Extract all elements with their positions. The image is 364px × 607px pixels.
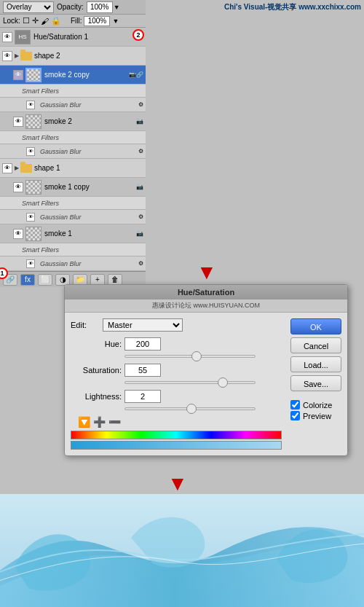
lock-icon-all[interactable]: 🔒 [51, 16, 61, 26]
gaussian-label-1c: Gaussian Blur [40, 214, 137, 221]
edit-select[interactable]: Master [103, 318, 183, 332]
gb-icon-2c: ⚙ [138, 101, 143, 108]
wave-svg [0, 494, 364, 607]
layer-name-hue-sat: Hue/Saturation 1 [33, 33, 143, 41]
gaussian-label-2c: Gaussian Blur [40, 101, 137, 109]
fx-btn[interactable]: fx [20, 274, 35, 286]
cancel-button[interactable]: Cancel [290, 337, 341, 353]
layer-row-sf2c: Smart Filters [0, 85, 146, 98]
fill-label: Fill: [71, 17, 82, 25]
arrow-down-2: ▼ [167, 474, 188, 494]
layer-row-gb1c[interactable]: 👁 Gaussian Blur ⚙ [0, 210, 146, 224]
smart-badge-1c: 📷 [136, 184, 143, 190]
ok-button[interactable]: OK [290, 318, 341, 334]
hue-slider[interactable] [124, 355, 256, 358]
preview-label: Preview [303, 412, 331, 420]
lock-icon-move[interactable]: ✛ [32, 16, 39, 26]
eye-icon-smoke2copy[interactable]: 👁 [13, 70, 23, 80]
hue-row: Hue: [71, 337, 282, 351]
eyedropper-add-btn[interactable]: ➕ [93, 416, 106, 428]
eyedropper-sub-btn[interactable]: ➖ [108, 416, 121, 428]
eye-icon-hue-sat[interactable]: 👁 [2, 32, 12, 42]
smart-badge-2c: 📷 [129, 71, 136, 78]
hue-saturation-dialog: Hue/Saturation 惠缘设计论坛 www.HUISYUAN.COM E… [64, 284, 348, 456]
edit-row: Edit: Master [71, 318, 282, 332]
gaussian-label-1: Gaussian Blur [40, 260, 137, 267]
link-layers-btn[interactable]: 🔗 1 [3, 274, 17, 286]
eye-icon-gb1[interactable]: 👁 [26, 259, 35, 268]
eye-icon-shape2[interactable]: 👁 [2, 51, 12, 61]
layer-row-gb2c[interactable]: 👁 Gaussian Blur ⚙ [0, 98, 146, 112]
layer-name-shape2: shape 2 [34, 52, 143, 60]
filter-label-1c: Smart Filters [22, 200, 143, 207]
layer-name-smoke2copy: smoke 2 copy [44, 71, 127, 79]
eye-icon-smoke1[interactable]: 👁 [13, 229, 23, 239]
fill-arrow[interactable]: ▼ [112, 17, 119, 25]
gaussian-label-2: Gaussian Blur [40, 148, 137, 155]
fill-input[interactable] [84, 16, 110, 26]
arrow-1: ▼ [197, 262, 217, 283]
dialog-buttons: OK Cancel Load... Save... Colorize Previ… [288, 313, 347, 455]
folder-icon-shape2 [20, 52, 32, 60]
eye-icon-gb2[interactable]: 👁 [26, 147, 35, 156]
color-bar-top [71, 431, 282, 439]
saturation-slider[interactable] [124, 381, 256, 384]
layer-row-shape2[interactable]: 👁 ▶ shape 2 [0, 47, 146, 66]
folder-icon-shape1 [20, 164, 32, 173]
layer-row-smoke1[interactable]: 👁 smoke 1 📷 [0, 224, 146, 243]
filter-label-2c: Smart Filters [22, 87, 143, 95]
dialog-titlebar: Hue/Saturation [65, 285, 347, 299]
layers-panel: Overlay Opacity: ▼ Lock: ☐ ✛ 🖌 🔒 Fill: ▼… [0, 0, 146, 287]
saturation-label: Saturation: [71, 366, 122, 375]
saturation-input[interactable] [124, 364, 161, 377]
eye-icon-gb2c[interactable]: 👁 [26, 101, 35, 109]
colorize-row: Colorize [290, 400, 341, 410]
colorize-label: Colorize [303, 401, 332, 410]
colorize-checkbox[interactable] [290, 400, 300, 410]
save-button[interactable]: Save... [290, 375, 341, 391]
layer-row-gb1[interactable]: 👁 Gaussian Blur ⚙ [0, 256, 146, 271]
layer-row-shape1[interactable]: 👁 ▶ shape 1 [0, 159, 146, 178]
gb-icon-2: ⚙ [138, 148, 143, 154]
eye-icon-gb1c[interactable]: 👁 [26, 213, 35, 222]
group-tri-shape1[interactable]: ▶ [15, 165, 19, 171]
layer-row-sf2: Smart Filters [0, 131, 146, 144]
load-button[interactable]: Load... [290, 356, 341, 372]
chain-icon-2c: 🔗 [136, 71, 143, 78]
mask-btn[interactable]: ⬜ [38, 274, 52, 286]
layer-row-hue-sat[interactable]: 👁 HS Hue/Saturation 1 2 [0, 28, 146, 47]
eye-icon-smoke2[interactable]: 👁 [13, 117, 23, 127]
eyedropper-row: 🔽 ➕ ➖ [71, 416, 282, 428]
eyedropper-btn[interactable]: 🔽 [78, 416, 90, 428]
layer-row-smoke2[interactable]: 👁 smoke 2 📷 [0, 112, 146, 131]
layer-row-smoke1copy[interactable]: 👁 smoke 1 copy 📷 [0, 178, 146, 197]
lock-icon-paint[interactable]: 🖌 [41, 17, 49, 26]
dialog-title: Hue/Saturation [178, 288, 234, 297]
blend-mode-select[interactable]: Overlay [3, 1, 54, 13]
layer-name-smoke2: smoke 2 [44, 117, 135, 125]
lightness-slider-container [71, 407, 282, 410]
layer-row-smoke2copy[interactable]: 👁 smoke 2 copy 📷 🔗 [0, 66, 146, 85]
dialog-subtitle-text: 惠缘设计论坛 www.HUISYUAN.COM [152, 302, 260, 309]
gb-icon-1: ⚙ [138, 260, 143, 267]
preview-checkbox[interactable] [290, 411, 300, 420]
opacity-input[interactable] [87, 1, 113, 13]
dialog-left: Edit: Master Hue: Saturation: [65, 313, 288, 455]
preview-row: Preview [290, 411, 341, 420]
opacity-arrow[interactable]: ▼ [114, 4, 120, 11]
hue-input[interactable] [124, 337, 161, 351]
filter-label-2: Smart Filters [22, 134, 143, 141]
bottom-image-area [0, 494, 364, 607]
layer-name-smoke1: smoke 1 [44, 230, 135, 238]
layer-name-smoke1copy: smoke 1 copy [44, 183, 135, 191]
lightness-input[interactable] [124, 390, 161, 403]
saturation-row: Saturation: [71, 364, 282, 377]
lightness-slider[interactable] [124, 407, 256, 410]
eye-icon-smoke1copy[interactable]: 👁 [13, 182, 23, 192]
group-tri-shape2[interactable]: ▶ [15, 52, 19, 59]
eye-icon-shape1[interactable]: 👁 [2, 163, 12, 173]
checkboxes: Colorize Preview [290, 400, 341, 422]
layer-row-gb2[interactable]: 👁 Gaussian Blur ⚙ [0, 144, 146, 159]
lock-icon-check[interactable]: ☐ [23, 16, 30, 26]
layers-lockbar: Lock: ☐ ✛ 🖌 🔒 Fill: ▼ [0, 15, 146, 28]
